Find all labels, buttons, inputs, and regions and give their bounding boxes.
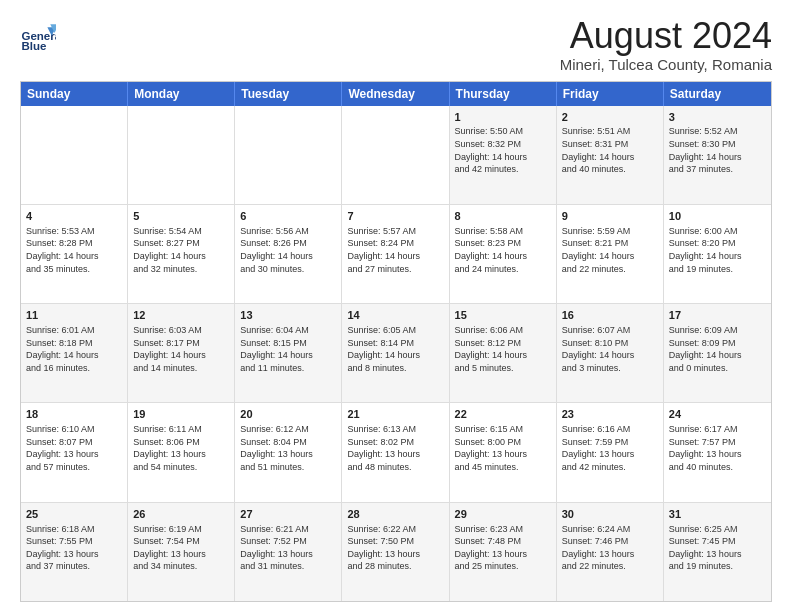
subtitle: Mineri, Tulcea County, Romania xyxy=(560,56,772,73)
calendar-cell-6: 6Sunrise: 5:56 AM Sunset: 8:26 PM Daylig… xyxy=(235,205,342,303)
calendar-cell-29: 29Sunrise: 6:23 AM Sunset: 7:48 PM Dayli… xyxy=(450,503,557,601)
calendar-row-2: 11Sunrise: 6:01 AM Sunset: 8:18 PM Dayli… xyxy=(21,304,771,403)
calendar-cell-20: 20Sunrise: 6:12 AM Sunset: 8:04 PM Dayli… xyxy=(235,403,342,501)
day-number: 1 xyxy=(455,110,551,125)
logo: General Blue xyxy=(20,20,56,56)
weekday-header-thursday: Thursday xyxy=(450,82,557,106)
weekday-header-wednesday: Wednesday xyxy=(342,82,449,106)
calendar-cell-10: 10Sunrise: 6:00 AM Sunset: 8:20 PM Dayli… xyxy=(664,205,771,303)
day-number: 25 xyxy=(26,507,122,522)
day-number: 21 xyxy=(347,407,443,422)
day-number: 4 xyxy=(26,209,122,224)
calendar-cell-18: 18Sunrise: 6:10 AM Sunset: 8:07 PM Dayli… xyxy=(21,403,128,501)
calendar-cell-30: 30Sunrise: 6:24 AM Sunset: 7:46 PM Dayli… xyxy=(557,503,664,601)
cell-info: Sunrise: 6:17 AM Sunset: 7:57 PM Dayligh… xyxy=(669,423,766,473)
day-number: 11 xyxy=(26,308,122,323)
header: General Blue August 2024 Mineri, Tulcea … xyxy=(20,16,772,73)
calendar-cell-3: 3Sunrise: 5:52 AM Sunset: 8:30 PM Daylig… xyxy=(664,106,771,204)
calendar-cell-empty xyxy=(128,106,235,204)
cell-info: Sunrise: 6:25 AM Sunset: 7:45 PM Dayligh… xyxy=(669,523,766,573)
cell-info: Sunrise: 6:06 AM Sunset: 8:12 PM Dayligh… xyxy=(455,324,551,374)
weekday-header-tuesday: Tuesday xyxy=(235,82,342,106)
main-title: August 2024 xyxy=(560,16,772,56)
day-number: 28 xyxy=(347,507,443,522)
day-number: 10 xyxy=(669,209,766,224)
cell-info: Sunrise: 6:15 AM Sunset: 8:00 PM Dayligh… xyxy=(455,423,551,473)
cell-info: Sunrise: 6:22 AM Sunset: 7:50 PM Dayligh… xyxy=(347,523,443,573)
calendar-row-3: 18Sunrise: 6:10 AM Sunset: 8:07 PM Dayli… xyxy=(21,403,771,502)
weekday-header-sunday: Sunday xyxy=(21,82,128,106)
day-number: 18 xyxy=(26,407,122,422)
day-number: 14 xyxy=(347,308,443,323)
cell-info: Sunrise: 6:07 AM Sunset: 8:10 PM Dayligh… xyxy=(562,324,658,374)
day-number: 2 xyxy=(562,110,658,125)
day-number: 3 xyxy=(669,110,766,125)
calendar-cell-12: 12Sunrise: 6:03 AM Sunset: 8:17 PM Dayli… xyxy=(128,304,235,402)
calendar-cell-28: 28Sunrise: 6:22 AM Sunset: 7:50 PM Dayli… xyxy=(342,503,449,601)
cell-info: Sunrise: 5:59 AM Sunset: 8:21 PM Dayligh… xyxy=(562,225,658,275)
calendar-header: SundayMondayTuesdayWednesdayThursdayFrid… xyxy=(21,82,771,106)
calendar-cell-16: 16Sunrise: 6:07 AM Sunset: 8:10 PM Dayli… xyxy=(557,304,664,402)
calendar-cell-2: 2Sunrise: 5:51 AM Sunset: 8:31 PM Daylig… xyxy=(557,106,664,204)
cell-info: Sunrise: 5:53 AM Sunset: 8:28 PM Dayligh… xyxy=(26,225,122,275)
cell-info: Sunrise: 6:01 AM Sunset: 8:18 PM Dayligh… xyxy=(26,324,122,374)
day-number: 13 xyxy=(240,308,336,323)
calendar-cell-19: 19Sunrise: 6:11 AM Sunset: 8:06 PM Dayli… xyxy=(128,403,235,501)
cell-info: Sunrise: 5:54 AM Sunset: 8:27 PM Dayligh… xyxy=(133,225,229,275)
day-number: 27 xyxy=(240,507,336,522)
cell-info: Sunrise: 6:04 AM Sunset: 8:15 PM Dayligh… xyxy=(240,324,336,374)
cell-info: Sunrise: 6:16 AM Sunset: 7:59 PM Dayligh… xyxy=(562,423,658,473)
day-number: 16 xyxy=(562,308,658,323)
calendar-cell-empty xyxy=(235,106,342,204)
calendar-cell-1: 1Sunrise: 5:50 AM Sunset: 8:32 PM Daylig… xyxy=(450,106,557,204)
svg-text:Blue: Blue xyxy=(21,40,47,52)
day-number: 17 xyxy=(669,308,766,323)
calendar: SundayMondayTuesdayWednesdayThursdayFrid… xyxy=(20,81,772,602)
calendar-row-1: 4Sunrise: 5:53 AM Sunset: 8:28 PM Daylig… xyxy=(21,205,771,304)
cell-info: Sunrise: 5:52 AM Sunset: 8:30 PM Dayligh… xyxy=(669,125,766,175)
cell-info: Sunrise: 5:57 AM Sunset: 8:24 PM Dayligh… xyxy=(347,225,443,275)
calendar-cell-14: 14Sunrise: 6:05 AM Sunset: 8:14 PM Dayli… xyxy=(342,304,449,402)
day-number: 5 xyxy=(133,209,229,224)
cell-info: Sunrise: 6:00 AM Sunset: 8:20 PM Dayligh… xyxy=(669,225,766,275)
day-number: 19 xyxy=(133,407,229,422)
calendar-cell-31: 31Sunrise: 6:25 AM Sunset: 7:45 PM Dayli… xyxy=(664,503,771,601)
cell-info: Sunrise: 5:58 AM Sunset: 8:23 PM Dayligh… xyxy=(455,225,551,275)
cell-info: Sunrise: 6:13 AM Sunset: 8:02 PM Dayligh… xyxy=(347,423,443,473)
weekday-header-monday: Monday xyxy=(128,82,235,106)
day-number: 22 xyxy=(455,407,551,422)
cell-info: Sunrise: 6:05 AM Sunset: 8:14 PM Dayligh… xyxy=(347,324,443,374)
cell-info: Sunrise: 6:03 AM Sunset: 8:17 PM Dayligh… xyxy=(133,324,229,374)
day-number: 12 xyxy=(133,308,229,323)
calendar-cell-26: 26Sunrise: 6:19 AM Sunset: 7:54 PM Dayli… xyxy=(128,503,235,601)
cell-info: Sunrise: 6:11 AM Sunset: 8:06 PM Dayligh… xyxy=(133,423,229,473)
calendar-body: 1Sunrise: 5:50 AM Sunset: 8:32 PM Daylig… xyxy=(21,106,771,601)
calendar-cell-empty xyxy=(342,106,449,204)
cell-info: Sunrise: 5:56 AM Sunset: 8:26 PM Dayligh… xyxy=(240,225,336,275)
day-number: 23 xyxy=(562,407,658,422)
day-number: 30 xyxy=(562,507,658,522)
day-number: 6 xyxy=(240,209,336,224)
calendar-cell-27: 27Sunrise: 6:21 AM Sunset: 7:52 PM Dayli… xyxy=(235,503,342,601)
calendar-cell-empty xyxy=(21,106,128,204)
day-number: 26 xyxy=(133,507,229,522)
cell-info: Sunrise: 6:21 AM Sunset: 7:52 PM Dayligh… xyxy=(240,523,336,573)
calendar-cell-13: 13Sunrise: 6:04 AM Sunset: 8:15 PM Dayli… xyxy=(235,304,342,402)
calendar-cell-9: 9Sunrise: 5:59 AM Sunset: 8:21 PM Daylig… xyxy=(557,205,664,303)
calendar-row-4: 25Sunrise: 6:18 AM Sunset: 7:55 PM Dayli… xyxy=(21,503,771,601)
day-number: 20 xyxy=(240,407,336,422)
calendar-cell-23: 23Sunrise: 6:16 AM Sunset: 7:59 PM Dayli… xyxy=(557,403,664,501)
calendar-row-0: 1Sunrise: 5:50 AM Sunset: 8:32 PM Daylig… xyxy=(21,106,771,205)
cell-info: Sunrise: 6:10 AM Sunset: 8:07 PM Dayligh… xyxy=(26,423,122,473)
calendar-cell-22: 22Sunrise: 6:15 AM Sunset: 8:00 PM Dayli… xyxy=(450,403,557,501)
calendar-cell-21: 21Sunrise: 6:13 AM Sunset: 8:02 PM Dayli… xyxy=(342,403,449,501)
calendar-cell-5: 5Sunrise: 5:54 AM Sunset: 8:27 PM Daylig… xyxy=(128,205,235,303)
calendar-cell-11: 11Sunrise: 6:01 AM Sunset: 8:18 PM Dayli… xyxy=(21,304,128,402)
cell-info: Sunrise: 6:24 AM Sunset: 7:46 PM Dayligh… xyxy=(562,523,658,573)
title-block: August 2024 Mineri, Tulcea County, Roman… xyxy=(560,16,772,73)
day-number: 8 xyxy=(455,209,551,224)
calendar-cell-17: 17Sunrise: 6:09 AM Sunset: 8:09 PM Dayli… xyxy=(664,304,771,402)
day-number: 7 xyxy=(347,209,443,224)
cell-info: Sunrise: 6:09 AM Sunset: 8:09 PM Dayligh… xyxy=(669,324,766,374)
calendar-cell-15: 15Sunrise: 6:06 AM Sunset: 8:12 PM Dayli… xyxy=(450,304,557,402)
